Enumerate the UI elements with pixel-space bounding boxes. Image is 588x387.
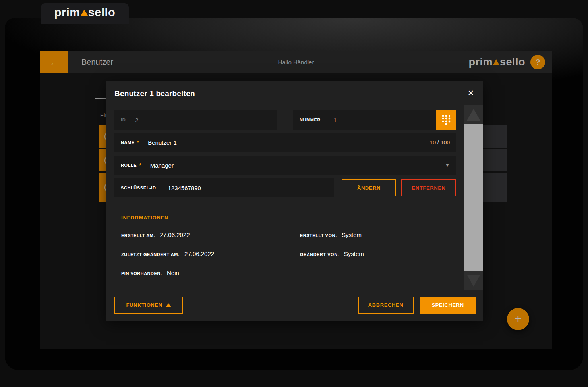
logo-text-left: prim <box>54 6 80 19</box>
scrollbar-thumb[interactable] <box>464 124 483 271</box>
info-label: ZULETZT GEÄNDERT AM: <box>121 252 180 257</box>
triangle-up-icon <box>166 303 171 307</box>
required-asterisk: * <box>139 162 141 168</box>
info-erstellt-am: ERSTELLT AM: 27.06.2022 <box>121 231 190 238</box>
browser-tab[interactable]: primsello <box>41 3 129 24</box>
name-label: NAME <box>121 140 135 145</box>
triangle-up-icon <box>467 109 480 121</box>
schluessel-id-label: SCHLÜSSEL-ID <box>121 185 156 190</box>
logo-text-right: sello <box>88 6 116 19</box>
nummer-label: NUMMER <box>300 117 321 122</box>
keypad-icon <box>441 114 451 126</box>
desktop-stage: primsello ← Benutzer Hallo Händler prims… <box>0 0 588 387</box>
dialog-scrollbar <box>464 105 483 290</box>
rolle-dropdown[interactable]: ROLLE * Manager ▼ <box>114 156 456 175</box>
info-value: System <box>342 231 362 238</box>
speichern-label: SPEICHERN <box>431 302 464 308</box>
entfernen-button[interactable]: ENTFERNEN <box>401 179 456 196</box>
abbrechen-label: ABBRECHEN <box>368 302 403 308</box>
info-value: Nein <box>167 270 179 276</box>
id-field: ID 2 <box>114 110 277 130</box>
name-field[interactable]: NAME * Benutzer 1 10 / 100 <box>114 133 456 152</box>
entfernen-label: ENTFERNEN <box>412 185 446 191</box>
rolle-value: Manager <box>150 162 174 169</box>
edit-user-dialog: Benutzer 1 bearbeiten ✕ ID 2 NUMMER 1 <box>106 81 483 321</box>
info-label: ERSTELLT AM: <box>121 233 155 238</box>
schluessel-id-field: SCHLÜSSEL-ID 1234567890 <box>114 178 334 197</box>
close-icon: ✕ <box>468 89 474 98</box>
rolle-label: ROLLE <box>121 163 137 168</box>
info-geaendert-von: GEÄNDERT VON: System <box>300 250 364 257</box>
required-asterisk: * <box>137 139 139 146</box>
nummer-value: 1 <box>333 117 337 123</box>
info-erstellt-von: ERSTELLT VON: System <box>300 231 362 238</box>
logo-caret-icon <box>81 10 88 16</box>
info-label: ERSTELLT VON: <box>300 233 337 238</box>
dialog-title: Benutzer 1 bearbeiten <box>114 89 195 98</box>
info-value: 27.06.2022 <box>184 250 214 257</box>
aendern-button[interactable]: ÄNDERN <box>342 179 396 196</box>
info-value: System <box>344 250 364 257</box>
char-counter: 10 / 100 <box>429 139 450 146</box>
funktionen-button[interactable]: FUNKTIONEN <box>114 297 183 314</box>
scroll-down-button[interactable] <box>464 271 483 290</box>
informationen-heading: INFORMATIONEN <box>121 215 168 221</box>
aendern-label: ÄNDERN <box>357 185 381 191</box>
schluessel-id-value: 1234567890 <box>168 185 201 191</box>
chevron-down-icon: ▼ <box>445 162 450 168</box>
triangle-down-icon <box>467 275 480 287</box>
id-value: 2 <box>135 117 138 123</box>
primasello-logo: primsello <box>54 6 115 19</box>
nummer-field[interactable]: NUMMER 1 <box>293 110 436 130</box>
info-pin-vorhanden: PIN VORHANDEN: Nein <box>121 270 179 276</box>
info-value: 27.06.2022 <box>160 231 190 238</box>
funktionen-label: FUNKTIONEN <box>126 302 162 308</box>
speichern-button[interactable]: SPEICHERN <box>420 297 476 314</box>
scroll-up-button[interactable] <box>464 105 483 124</box>
id-label: ID <box>121 117 126 122</box>
info-label: PIN VORHANDEN: <box>121 271 162 276</box>
numpad-button[interactable] <box>436 110 456 130</box>
close-button[interactable]: ✕ <box>464 87 477 99</box>
abbrechen-button[interactable]: ABBRECHEN <box>358 297 414 314</box>
name-value: Benutzer 1 <box>148 139 177 146</box>
info-zuletzt-geaendert-am: ZULETZT GEÄNDERT AM: 27.06.2022 <box>121 250 214 257</box>
info-label: GEÄNDERT VON: <box>300 252 339 257</box>
